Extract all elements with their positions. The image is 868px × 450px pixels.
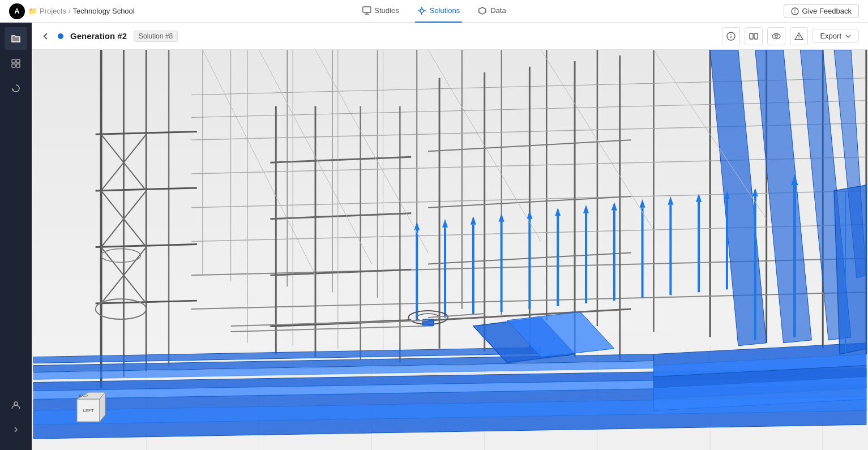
- top-nav-tabs: Studies Solutions Data: [360, 0, 508, 23]
- user-icon: [11, 400, 21, 410]
- back-button[interactable]: [41, 31, 51, 41]
- tab-data-label: Data: [490, 6, 506, 15]
- export-chevron-icon: [845, 33, 852, 40]
- svg-rect-21: [754, 33, 758, 39]
- svg-point-11: [794, 12, 796, 13]
- main-area: Generation #2 Solution #8: [0, 23, 868, 450]
- compare-icon: [749, 32, 758, 41]
- eye-icon: [772, 32, 781, 41]
- svg-text:LEFT: LEFT: [83, 408, 94, 413]
- svg-rect-12: [12, 59, 15, 63]
- svg-rect-13: [16, 59, 20, 63]
- generation-status-dot: [58, 33, 63, 39]
- tab-studies-label: Studies: [374, 6, 399, 15]
- folder-icon: 📁: [28, 7, 37, 15]
- solution-badge: Solution #8: [134, 31, 178, 42]
- projects-link[interactable]: Projects: [40, 7, 66, 15]
- generation-title: Generation #2: [70, 31, 127, 41]
- svg-point-19: [731, 34, 732, 35]
- studies-icon: [362, 6, 371, 15]
- breadcrumb: 📁 Projects / Technology School: [28, 7, 135, 15]
- top-nav-right: Give Feedback: [784, 4, 859, 18]
- export-button[interactable]: Export: [813, 29, 859, 43]
- info-button[interactable]: [722, 27, 740, 45]
- svg-point-3: [420, 9, 424, 12]
- view-button[interactable]: [767, 27, 785, 45]
- feedback-icon: [791, 7, 799, 15]
- compare-button[interactable]: [745, 27, 763, 45]
- svg-rect-14: [12, 64, 15, 67]
- content-panel: Generation #2 Solution #8: [32, 23, 868, 450]
- data-icon: [478, 6, 487, 15]
- tab-solutions[interactable]: Solutions: [415, 0, 462, 23]
- svg-rect-20: [750, 33, 753, 39]
- navigation-cube[interactable]: LEFT BACK: [66, 388, 111, 433]
- give-feedback-button[interactable]: Give Feedback: [784, 4, 859, 18]
- svg-point-16: [14, 402, 18, 405]
- arrow-left-icon: [41, 31, 51, 41]
- grid-icon: [11, 58, 21, 68]
- refresh-icon: [11, 83, 21, 93]
- viewport-canvas: LEFT BACK: [32, 50, 868, 450]
- tab-studies[interactable]: Studies: [360, 0, 401, 23]
- svg-text:BACK: BACK: [79, 394, 88, 397]
- sub-header: Generation #2 Solution #8: [32, 23, 868, 50]
- breadcrumb-current: Technology School: [73, 7, 135, 15]
- folder-icon: [11, 33, 21, 44]
- tab-data[interactable]: Data: [476, 0, 508, 23]
- sidebar-item-folder[interactable]: [5, 27, 27, 50]
- sidebar-bottom: [5, 393, 27, 445]
- 3d-scene: [32, 50, 868, 450]
- warning-icon: [794, 32, 803, 41]
- svg-marker-8: [479, 7, 486, 14]
- svg-point-23: [775, 35, 777, 37]
- sub-header-actions: Export: [722, 27, 859, 45]
- info-icon: [726, 32, 736, 41]
- sidebar: [0, 23, 32, 450]
- top-navigation: A 📁 Projects / Technology School Studies: [0, 0, 868, 23]
- svg-marker-152: [834, 185, 866, 354]
- sidebar-user-icon[interactable]: [5, 393, 27, 416]
- 3d-viewport[interactable]: LEFT BACK: [32, 50, 868, 450]
- sidebar-item-refresh[interactable]: [5, 77, 27, 100]
- svg-point-26: [799, 38, 799, 38]
- export-label: Export: [820, 32, 841, 40]
- nav-cube-svg: LEFT BACK: [66, 388, 111, 433]
- svg-rect-0: [362, 7, 370, 12]
- breadcrumb-separator: /: [69, 7, 71, 15]
- tab-solutions-label: Solutions: [430, 6, 460, 15]
- solutions-icon: [417, 6, 426, 15]
- svg-rect-15: [16, 64, 20, 67]
- autodesk-logo: A: [9, 3, 25, 19]
- svg-point-22: [772, 33, 780, 38]
- sidebar-expand-button[interactable]: [5, 418, 27, 441]
- sidebar-item-grid[interactable]: [5, 52, 27, 75]
- chevron-right-icon: [11, 425, 20, 434]
- warning-button[interactable]: [790, 27, 808, 45]
